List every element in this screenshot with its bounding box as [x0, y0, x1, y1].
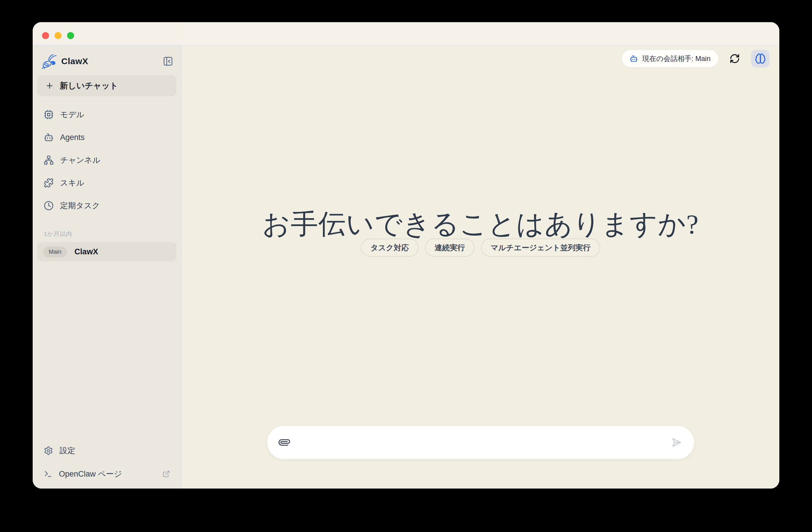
minimize-window-button[interactable] [55, 32, 61, 39]
brain-icon [755, 53, 766, 64]
desktop: ClawX 新しいチャット [0, 0, 812, 532]
sidebar-item-models[interactable]: モデル [33, 103, 181, 126]
welcome-headline: お手伝いできることはありますか? [182, 206, 779, 243]
sidebar-item-skills[interactable]: スキル [33, 172, 181, 194]
gateway-status-text: ゲートウェイ 接続済み | ポート: 18789 | pid: 69319 [283, 488, 438, 489]
sidebar-item-label: 定期タスク [60, 200, 100, 211]
sidebar-item-agents[interactable]: Agents [33, 126, 181, 149]
new-chat-label: 新しいチャット [60, 80, 118, 91]
clock-icon [44, 201, 54, 211]
puzzle-icon [44, 178, 54, 188]
sidebar: ClawX 新しいチャット [33, 22, 182, 489]
sidebar-item-label: スキル [60, 178, 84, 188]
chat-history-item[interactable]: Main ClawX [37, 242, 176, 261]
refresh-button[interactable] [729, 53, 740, 64]
refresh-icon [729, 53, 740, 64]
terminal-icon [44, 470, 53, 478]
attach-button[interactable] [279, 437, 290, 448]
brain-button[interactable] [751, 50, 769, 67]
sidebar-header: ClawX [33, 52, 181, 71]
zoom-window-button[interactable] [67, 32, 74, 39]
history-section-label: 1か月以内 [44, 230, 181, 238]
chat-title: ClawX [74, 247, 98, 256]
pill-task-support[interactable]: タスク対応 [361, 239, 419, 257]
message-input[interactable] [297, 438, 664, 447]
clawx-window: ClawX 新しいチャット [33, 22, 779, 489]
app-title: ClawX [61, 56, 88, 66]
message-composer [267, 426, 694, 459]
send-button[interactable] [671, 437, 682, 448]
sidebar-item-label: Agents [60, 133, 85, 142]
header-controls: 現在の会話相手: Main [622, 50, 769, 67]
sidebar-item-channels[interactable]: チャンネル [33, 149, 181, 172]
sidebar-nav: モデル Agents [33, 103, 181, 217]
sidebar-item-settings[interactable]: 設定 [33, 440, 181, 461]
sidebar-spacer [33, 261, 181, 440]
suggestion-pills: タスク対応 連続実行 マルチエージェント並列実行 [182, 239, 779, 257]
gear-icon [44, 446, 53, 455]
new-chat-button[interactable]: 新しいチャット [37, 75, 176, 96]
sidebar-item-scheduled-tasks[interactable]: 定期タスク [33, 194, 181, 217]
pill-continuous-run[interactable]: 連続実行 [425, 239, 475, 257]
traffic-lights [42, 32, 74, 39]
paperclip-icon [276, 435, 292, 450]
current-conversation-badge[interactable]: 現在の会話相手: Main [622, 50, 719, 67]
gateway-statusbar: ゲートウェイ 接続済み | ポート: 18789 | pid: 69319 [267, 488, 694, 489]
external-link-icon [162, 470, 170, 478]
close-window-button[interactable] [42, 32, 49, 39]
sidebar-item-label: モデル [60, 110, 84, 120]
pill-multi-agent-parallel[interactable]: マルチエージェント並列実行 [481, 239, 600, 257]
sidebar-footer: 設定 OpenClaw ページ [33, 440, 181, 489]
openclaw-page-label: OpenClaw ページ [59, 469, 122, 479]
lobster-logo-icon [41, 53, 57, 69]
current-conversation-label: 現在の会話相手: Main [642, 54, 710, 63]
settings-label: 設定 [59, 445, 75, 456]
bot-icon [630, 55, 638, 63]
bot-icon [44, 132, 54, 142]
send-icon [671, 437, 682, 448]
panel-collapse-icon [163, 56, 173, 67]
window-titlebar[interactable] [33, 22, 779, 45]
sidebar-item-openclaw-page[interactable]: OpenClaw ページ [33, 463, 181, 485]
sidebar-collapse-button[interactable] [162, 56, 174, 67]
cpu-icon [44, 110, 54, 119]
sidebar-item-label: チャンネル [60, 155, 100, 166]
chat-agent-badge: Main [43, 246, 67, 257]
plus-icon [45, 81, 54, 90]
main-area: 現在の会話相手: Main [182, 22, 779, 489]
network-icon [44, 155, 54, 165]
